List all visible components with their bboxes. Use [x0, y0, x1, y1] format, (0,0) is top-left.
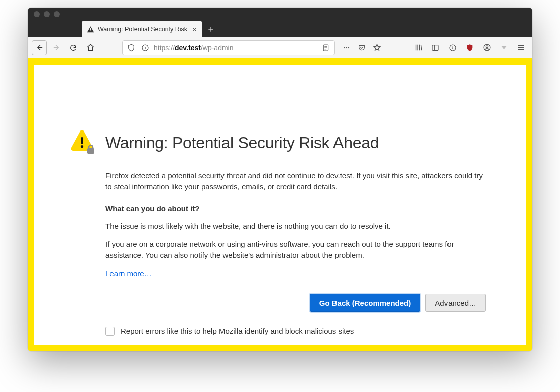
- error-subheading: What can you do about it?: [105, 203, 486, 214]
- error-paragraph-1: Firefox detected a potential security th…: [105, 170, 486, 192]
- error-paragraph-3: If you are on a corporate network or usi…: [105, 239, 486, 261]
- url-text: https://dev.test/wp-admin: [153, 44, 318, 52]
- library-icon[interactable]: [411, 40, 426, 55]
- warning-lock-icon: [69, 130, 94, 155]
- url-path: /wp-admin: [201, 44, 234, 52]
- tracking-shield-icon[interactable]: [125, 41, 138, 54]
- window-zoom-button[interactable]: [54, 11, 60, 17]
- error-page: Warning: Potential Security Risk Ahead F…: [34, 65, 526, 345]
- back-button[interactable]: [32, 40, 47, 55]
- home-button[interactable]: [83, 40, 98, 55]
- tab-close-button[interactable]: [191, 26, 198, 33]
- svg-point-8: [486, 46, 488, 48]
- url-protocol: https://: [154, 44, 175, 52]
- advanced-button[interactable]: Advanced…: [425, 294, 486, 312]
- report-label: Report errors like this to help Mozilla …: [121, 326, 354, 337]
- warning-triangle-icon: [87, 26, 94, 33]
- site-info-icon[interactable]: [139, 41, 152, 54]
- error-paragraph-2: The issue is most likely with the websit…: [105, 221, 486, 232]
- svg-point-9: [81, 145, 83, 148]
- svg-point-3: [346, 47, 347, 48]
- sidebar-icon[interactable]: [428, 40, 443, 55]
- reload-button[interactable]: [66, 40, 81, 55]
- page-title: Warning: Potential Security Risk Ahead: [105, 134, 379, 152]
- learn-more-link[interactable]: Learn more…: [105, 269, 152, 278]
- page-actions-button[interactable]: [339, 40, 354, 55]
- error-body: Firefox detected a potential security th…: [105, 170, 486, 337]
- chevron-down-icon[interactable]: [496, 40, 511, 55]
- window-close-button[interactable]: [34, 11, 40, 17]
- window-minimize-button[interactable]: [44, 11, 50, 17]
- active-tab[interactable]: Warning: Potential Security Risk: [82, 21, 202, 37]
- bookmark-star-icon[interactable]: [369, 40, 384, 55]
- svg-point-4: [348, 47, 349, 48]
- hamburger-menu-icon[interactable]: [513, 40, 528, 55]
- svg-rect-10: [81, 137, 83, 144]
- navigation-toolbar: https://dev.test/wp-admin: [28, 37, 532, 58]
- ublock-shield-icon[interactable]: [462, 40, 477, 55]
- report-row: Report errors like this to help Mozilla …: [105, 326, 486, 337]
- forward-button[interactable]: [49, 40, 64, 55]
- url-domain: dev.test: [175, 44, 201, 52]
- tab-title: Warning: Potential Security Risk: [98, 26, 187, 33]
- heading-row: Warning: Potential Security Risk Ahead: [69, 130, 486, 155]
- svg-point-2: [344, 47, 345, 48]
- button-row: Go Back (Recommended) Advanced…: [105, 294, 486, 312]
- info-circle-icon[interactable]: [445, 40, 460, 55]
- reader-mode-icon[interactable]: [319, 41, 332, 54]
- report-checkbox[interactable]: [105, 327, 115, 336]
- browser-window: Warning: Potential Security Risk: [28, 8, 532, 351]
- viewport: Warning: Potential Security Risk Ahead F…: [28, 58, 532, 351]
- svg-rect-5: [432, 45, 438, 50]
- new-tab-button[interactable]: [203, 21, 219, 37]
- pocket-icon[interactable]: [354, 40, 369, 55]
- toolbar-right-group: [411, 40, 528, 55]
- tab-strip: Warning: Potential Security Risk: [28, 21, 532, 37]
- window-titlebar: [28, 8, 532, 21]
- account-icon[interactable]: [479, 40, 494, 55]
- go-back-button[interactable]: Go Back (Recommended): [310, 294, 421, 312]
- error-container: Warning: Potential Security Risk Ahead F…: [69, 130, 486, 337]
- svg-rect-11: [87, 148, 94, 154]
- urlbar-right-actions: [339, 40, 384, 55]
- url-bar[interactable]: https://dev.test/wp-admin: [122, 40, 335, 55]
